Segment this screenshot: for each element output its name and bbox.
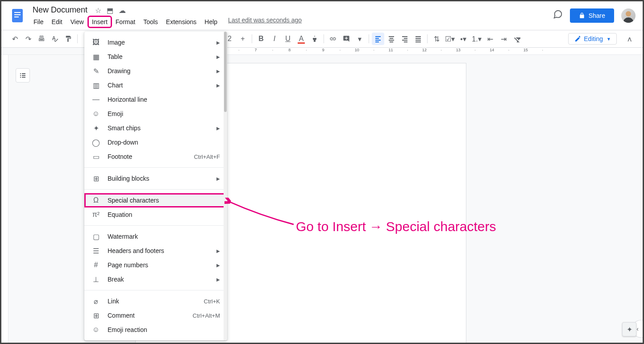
menu-extensions[interactable]: Extensions: [162, 17, 200, 27]
menubar: FileEditViewInsertFormatToolsExtensionsH…: [30, 17, 221, 27]
submenu-arrow-icon: ▶: [216, 176, 220, 181]
menu-view[interactable]: View: [67, 17, 87, 27]
equation-icon: π²: [91, 211, 100, 219]
submenu-arrow-icon: ▶: [216, 126, 220, 131]
svg-rect-2: [14, 14, 21, 15]
last-edit-link[interactable]: Last edit was seconds ago: [228, 17, 302, 24]
break-icon: ⊥: [91, 275, 100, 284]
insert-link[interactable]: ⌀LinkCtrl+K: [84, 294, 227, 308]
svg-rect-0: [12, 9, 23, 22]
insert-smart-chips[interactable]: ✦Smart chips▶: [84, 121, 227, 135]
insert-emoji[interactable]: ☺Emoji: [84, 107, 227, 121]
drop-down-icon: ◯: [91, 138, 100, 147]
app-header: New Document ☆ ⬒ ☁ FileEditViewInsertFor…: [1, 1, 643, 30]
account-avatar[interactable]: [621, 8, 636, 23]
submenu-arrow-icon: ▶: [216, 263, 220, 268]
undo-button[interactable]: ↶: [8, 33, 21, 45]
numbered-list-button[interactable]: 1.▾: [470, 33, 483, 45]
bulleted-list-button[interactable]: •▾: [457, 33, 469, 45]
menu-help[interactable]: Help: [201, 17, 221, 27]
share-button[interactable]: Share: [570, 8, 614, 23]
menu-insert[interactable]: Insert: [88, 17, 111, 27]
building-blocks-icon: ⊞: [91, 174, 100, 183]
explore-button[interactable]: ✦: [622, 322, 636, 336]
font-size-increase[interactable]: +: [237, 33, 249, 45]
increase-indent-button[interactable]: ⇥: [497, 33, 510, 45]
vertical-ruler[interactable]: [1, 55, 8, 343]
decrease-indent-button[interactable]: ⇤: [484, 33, 496, 45]
drawing-icon: ✎: [91, 67, 100, 75]
insert-chart[interactable]: ▥Chart▶: [84, 78, 227, 92]
spellcheck-button[interactable]: [49, 33, 61, 45]
insert-comment[interactable]: ⊞CommentCtrl+Alt+M: [84, 308, 227, 323]
insert-table[interactable]: ▦Table▶: [84, 50, 227, 64]
collapse-toolbar-button[interactable]: ʌ: [623, 33, 636, 45]
move-icon[interactable]: ⬒: [107, 6, 113, 15]
submenu-arrow-icon: ▶: [216, 40, 220, 45]
insert-equation[interactable]: π²Equation: [84, 207, 227, 222]
line-spacing-button[interactable]: ⇅: [430, 33, 443, 45]
insert-special-characters[interactable]: ΩSpecial characters: [84, 193, 227, 207]
link-icon: ⌀: [91, 297, 100, 306]
menu-file[interactable]: File: [30, 17, 47, 27]
clear-formatting-button[interactable]: [511, 33, 523, 45]
insert-drawing[interactable]: ✎Drawing▶: [84, 64, 227, 78]
insert-horizontal-line[interactable]: —Horizontal line: [84, 92, 227, 107]
italic-button[interactable]: I: [268, 33, 281, 45]
submenu-arrow-icon: ▶: [216, 54, 220, 59]
underline-button[interactable]: U: [282, 33, 294, 45]
align-center-button[interactable]: [385, 33, 398, 45]
cloud-status-icon[interactable]: ☁: [119, 6, 126, 15]
table-icon: ▦: [91, 53, 100, 61]
chart-icon: ▥: [91, 81, 100, 90]
outline-toggle-button[interactable]: [16, 68, 30, 83]
comment-history-icon[interactable]: [553, 9, 563, 22]
checklist-button[interactable]: ☑▾: [444, 33, 456, 45]
submenu-arrow-icon: ▶: [216, 83, 220, 88]
svg-rect-3: [14, 17, 19, 17]
insert-image-button[interactable]: ▾: [353, 33, 366, 45]
watermark-icon: ▢: [91, 232, 100, 241]
menu-tools[interactable]: Tools: [140, 17, 162, 27]
insert-building-blocks[interactable]: ⊞Building blocks▶: [84, 171, 227, 186]
special-characters-icon: Ω: [91, 196, 100, 204]
align-right-button[interactable]: [399, 33, 411, 45]
redo-button[interactable]: ↷: [22, 33, 34, 45]
doc-title[interactable]: New Document: [30, 4, 90, 16]
insert-drop-down[interactable]: ◯Drop-down: [84, 135, 227, 149]
text-color-button[interactable]: A: [295, 33, 307, 45]
insert-emoji-reaction[interactable]: ☺Emoji reaction: [84, 323, 227, 337]
insert-page-numbers[interactable]: #Page numbers▶: [84, 258, 227, 272]
editing-mode-button[interactable]: Editing ▼: [568, 33, 617, 45]
svg-point-4: [626, 11, 631, 17]
emoji-reaction-icon: ☺: [91, 326, 100, 334]
insert-watermark[interactable]: ▢Watermark: [84, 229, 227, 244]
submenu-arrow-icon: ▶: [216, 249, 220, 253]
paint-format-button[interactable]: [62, 33, 75, 45]
share-label: Share: [589, 12, 605, 19]
menu-edit[interactable]: Edit: [48, 17, 66, 27]
add-comment-button[interactable]: [340, 33, 353, 45]
align-justify-button[interactable]: [412, 33, 424, 45]
insert-image[interactable]: 🖼Image▶: [84, 35, 227, 50]
page-numbers-icon: #: [91, 261, 100, 269]
insert-link-button[interactable]: [327, 33, 339, 45]
insert-break[interactable]: ⊥Break▶: [84, 272, 227, 286]
comment-icon: ⊞: [91, 311, 100, 320]
submenu-arrow-icon: ▶: [216, 277, 220, 282]
docs-logo[interactable]: [8, 7, 26, 25]
menu-format[interactable]: Format: [112, 17, 139, 27]
bold-button[interactable]: B: [255, 33, 267, 45]
smart-chips-icon: ✦: [91, 124, 100, 133]
dropdown-scrollbar[interactable]: [224, 32, 227, 340]
insert-headers-and-footers[interactable]: ☰Headers and footers▶: [84, 244, 227, 258]
highlight-button[interactable]: [308, 33, 321, 45]
insert-footnote[interactable]: ▭FootnoteCtrl+Alt+F: [84, 149, 227, 164]
footnote-icon: ▭: [91, 153, 100, 161]
svg-rect-1: [14, 12, 21, 13]
svg-point-5: [623, 17, 633, 23]
headers-and-footers-icon: ☰: [91, 247, 100, 255]
print-button[interactable]: 🖶: [35, 33, 48, 45]
star-icon[interactable]: ☆: [95, 6, 101, 15]
align-left-button[interactable]: [372, 33, 384, 45]
